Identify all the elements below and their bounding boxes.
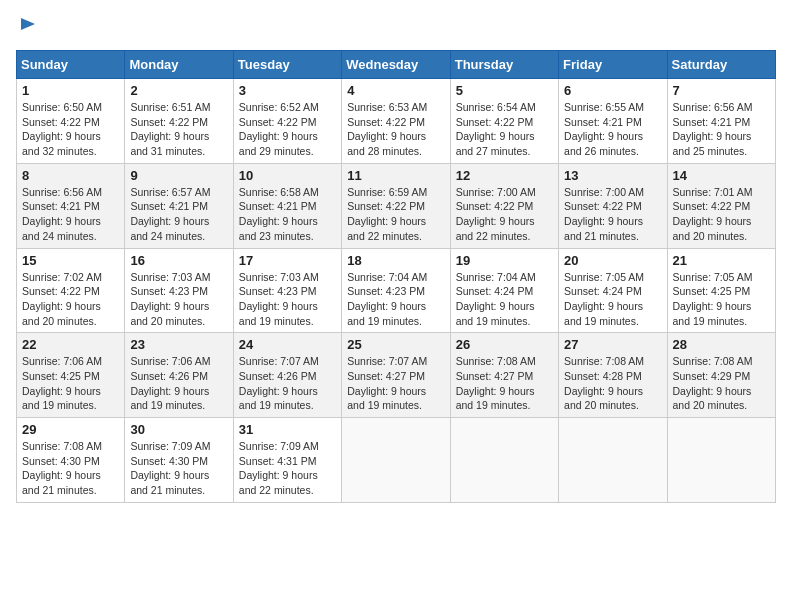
calendar-table: SundayMondayTuesdayWednesdayThursdayFrid… — [16, 50, 776, 503]
calendar-day-cell: 28Sunrise: 7:08 AM Sunset: 4:29 PM Dayli… — [667, 333, 775, 418]
calendar-week-row: 22Sunrise: 7:06 AM Sunset: 4:25 PM Dayli… — [17, 333, 776, 418]
day-number: 7 — [673, 83, 770, 98]
empty-cell — [559, 418, 667, 503]
calendar-day-cell: 1Sunrise: 6:50 AM Sunset: 4:22 PM Daylig… — [17, 79, 125, 164]
empty-cell — [342, 418, 450, 503]
calendar-day-cell: 21Sunrise: 7:05 AM Sunset: 4:25 PM Dayli… — [667, 248, 775, 333]
calendar-day-cell: 15Sunrise: 7:02 AM Sunset: 4:22 PM Dayli… — [17, 248, 125, 333]
day-info: Sunrise: 7:08 AM Sunset: 4:30 PM Dayligh… — [22, 439, 119, 498]
page-header — [16, 16, 776, 38]
calendar-day-cell: 7Sunrise: 6:56 AM Sunset: 4:21 PM Daylig… — [667, 79, 775, 164]
day-number: 29 — [22, 422, 119, 437]
calendar-day-cell: 6Sunrise: 6:55 AM Sunset: 4:21 PM Daylig… — [559, 79, 667, 164]
logo — [16, 16, 38, 38]
calendar-day-cell: 30Sunrise: 7:09 AM Sunset: 4:30 PM Dayli… — [125, 418, 233, 503]
calendar-day-cell: 10Sunrise: 6:58 AM Sunset: 4:21 PM Dayli… — [233, 163, 341, 248]
day-info: Sunrise: 7:08 AM Sunset: 4:29 PM Dayligh… — [673, 354, 770, 413]
day-info: Sunrise: 7:05 AM Sunset: 4:25 PM Dayligh… — [673, 270, 770, 329]
calendar-day-cell: 5Sunrise: 6:54 AM Sunset: 4:22 PM Daylig… — [450, 79, 558, 164]
day-info: Sunrise: 7:07 AM Sunset: 4:26 PM Dayligh… — [239, 354, 336, 413]
calendar-day-cell: 3Sunrise: 6:52 AM Sunset: 4:22 PM Daylig… — [233, 79, 341, 164]
calendar-day-cell: 25Sunrise: 7:07 AM Sunset: 4:27 PM Dayli… — [342, 333, 450, 418]
weekday-header-friday: Friday — [559, 51, 667, 79]
day-number: 24 — [239, 337, 336, 352]
day-info: Sunrise: 7:03 AM Sunset: 4:23 PM Dayligh… — [239, 270, 336, 329]
calendar-day-cell: 24Sunrise: 7:07 AM Sunset: 4:26 PM Dayli… — [233, 333, 341, 418]
day-number: 13 — [564, 168, 661, 183]
weekday-header-monday: Monday — [125, 51, 233, 79]
day-number: 4 — [347, 83, 444, 98]
empty-cell — [450, 418, 558, 503]
day-info: Sunrise: 7:09 AM Sunset: 4:31 PM Dayligh… — [239, 439, 336, 498]
day-info: Sunrise: 6:52 AM Sunset: 4:22 PM Dayligh… — [239, 100, 336, 159]
calendar-day-cell: 20Sunrise: 7:05 AM Sunset: 4:24 PM Dayli… — [559, 248, 667, 333]
day-number: 22 — [22, 337, 119, 352]
day-number: 10 — [239, 168, 336, 183]
day-info: Sunrise: 7:03 AM Sunset: 4:23 PM Dayligh… — [130, 270, 227, 329]
day-number: 12 — [456, 168, 553, 183]
weekday-header-tuesday: Tuesday — [233, 51, 341, 79]
day-number: 8 — [22, 168, 119, 183]
calendar-day-cell: 26Sunrise: 7:08 AM Sunset: 4:27 PM Dayli… — [450, 333, 558, 418]
calendar-day-cell: 13Sunrise: 7:00 AM Sunset: 4:22 PM Dayli… — [559, 163, 667, 248]
day-number: 15 — [22, 253, 119, 268]
calendar-week-row: 8Sunrise: 6:56 AM Sunset: 4:21 PM Daylig… — [17, 163, 776, 248]
day-info: Sunrise: 6:57 AM Sunset: 4:21 PM Dayligh… — [130, 185, 227, 244]
day-info: Sunrise: 6:56 AM Sunset: 4:21 PM Dayligh… — [22, 185, 119, 244]
day-info: Sunrise: 6:58 AM Sunset: 4:21 PM Dayligh… — [239, 185, 336, 244]
day-number: 28 — [673, 337, 770, 352]
day-number: 23 — [130, 337, 227, 352]
calendar-day-cell: 2Sunrise: 6:51 AM Sunset: 4:22 PM Daylig… — [125, 79, 233, 164]
weekday-header-wednesday: Wednesday — [342, 51, 450, 79]
day-number: 11 — [347, 168, 444, 183]
svg-marker-0 — [21, 18, 35, 30]
day-number: 14 — [673, 168, 770, 183]
calendar-week-row: 1Sunrise: 6:50 AM Sunset: 4:22 PM Daylig… — [17, 79, 776, 164]
day-number: 30 — [130, 422, 227, 437]
day-info: Sunrise: 7:08 AM Sunset: 4:27 PM Dayligh… — [456, 354, 553, 413]
empty-cell — [667, 418, 775, 503]
day-info: Sunrise: 6:53 AM Sunset: 4:22 PM Dayligh… — [347, 100, 444, 159]
calendar-day-cell: 23Sunrise: 7:06 AM Sunset: 4:26 PM Dayli… — [125, 333, 233, 418]
day-info: Sunrise: 6:55 AM Sunset: 4:21 PM Dayligh… — [564, 100, 661, 159]
day-number: 31 — [239, 422, 336, 437]
day-number: 25 — [347, 337, 444, 352]
day-number: 26 — [456, 337, 553, 352]
day-number: 17 — [239, 253, 336, 268]
day-number: 20 — [564, 253, 661, 268]
weekday-header-sunday: Sunday — [17, 51, 125, 79]
calendar-day-cell: 12Sunrise: 7:00 AM Sunset: 4:22 PM Dayli… — [450, 163, 558, 248]
calendar-day-cell: 16Sunrise: 7:03 AM Sunset: 4:23 PM Dayli… — [125, 248, 233, 333]
day-info: Sunrise: 6:51 AM Sunset: 4:22 PM Dayligh… — [130, 100, 227, 159]
calendar-day-cell: 9Sunrise: 6:57 AM Sunset: 4:21 PM Daylig… — [125, 163, 233, 248]
calendar-week-row: 29Sunrise: 7:08 AM Sunset: 4:30 PM Dayli… — [17, 418, 776, 503]
calendar-week-row: 15Sunrise: 7:02 AM Sunset: 4:22 PM Dayli… — [17, 248, 776, 333]
day-number: 3 — [239, 83, 336, 98]
day-info: Sunrise: 7:00 AM Sunset: 4:22 PM Dayligh… — [564, 185, 661, 244]
day-number: 18 — [347, 253, 444, 268]
weekday-header-saturday: Saturday — [667, 51, 775, 79]
calendar-day-cell: 31Sunrise: 7:09 AM Sunset: 4:31 PM Dayli… — [233, 418, 341, 503]
day-number: 19 — [456, 253, 553, 268]
calendar-header: SundayMondayTuesdayWednesdayThursdayFrid… — [17, 51, 776, 79]
day-number: 16 — [130, 253, 227, 268]
day-info: Sunrise: 7:05 AM Sunset: 4:24 PM Dayligh… — [564, 270, 661, 329]
day-info: Sunrise: 7:00 AM Sunset: 4:22 PM Dayligh… — [456, 185, 553, 244]
calendar-day-cell: 18Sunrise: 7:04 AM Sunset: 4:23 PM Dayli… — [342, 248, 450, 333]
day-info: Sunrise: 7:01 AM Sunset: 4:22 PM Dayligh… — [673, 185, 770, 244]
logo-flag-icon — [18, 16, 38, 36]
day-number: 27 — [564, 337, 661, 352]
day-info: Sunrise: 7:04 AM Sunset: 4:24 PM Dayligh… — [456, 270, 553, 329]
day-info: Sunrise: 7:06 AM Sunset: 4:25 PM Dayligh… — [22, 354, 119, 413]
weekday-header-thursday: Thursday — [450, 51, 558, 79]
day-info: Sunrise: 6:54 AM Sunset: 4:22 PM Dayligh… — [456, 100, 553, 159]
calendar-day-cell: 22Sunrise: 7:06 AM Sunset: 4:25 PM Dayli… — [17, 333, 125, 418]
day-number: 2 — [130, 83, 227, 98]
day-number: 6 — [564, 83, 661, 98]
calendar-day-cell: 29Sunrise: 7:08 AM Sunset: 4:30 PM Dayli… — [17, 418, 125, 503]
day-info: Sunrise: 7:08 AM Sunset: 4:28 PM Dayligh… — [564, 354, 661, 413]
calendar-day-cell: 4Sunrise: 6:53 AM Sunset: 4:22 PM Daylig… — [342, 79, 450, 164]
day-info: Sunrise: 7:07 AM Sunset: 4:27 PM Dayligh… — [347, 354, 444, 413]
calendar-day-cell: 17Sunrise: 7:03 AM Sunset: 4:23 PM Dayli… — [233, 248, 341, 333]
day-info: Sunrise: 7:04 AM Sunset: 4:23 PM Dayligh… — [347, 270, 444, 329]
